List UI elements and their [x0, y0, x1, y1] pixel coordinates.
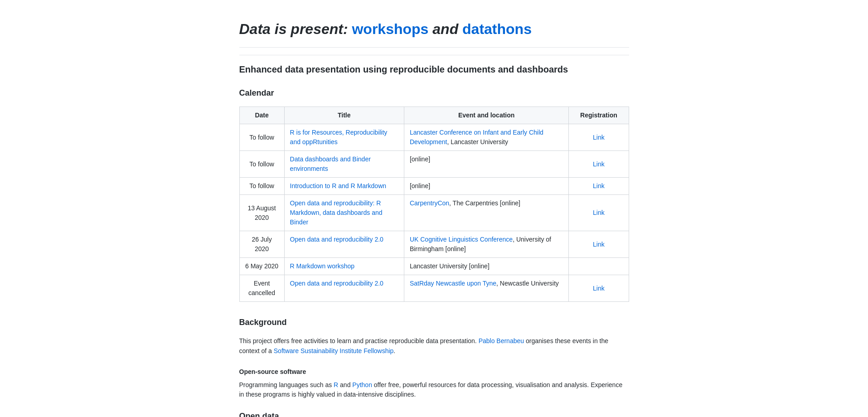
- python-link[interactable]: Python: [352, 381, 372, 388]
- cell-date-3: 13 August 2020: [239, 195, 284, 231]
- cell-title-1: Data dashboards and Binder environments: [284, 151, 404, 178]
- cell-event-5: Lancaster University [online]: [404, 258, 568, 275]
- cell-title-6: Open data and reproducibility 2.0: [284, 275, 404, 302]
- cell-date-1: To follow: [239, 151, 284, 178]
- table-row: To followData dashboards and Binder envi…: [239, 151, 629, 178]
- cell-registration-2: Link: [569, 178, 629, 195]
- title-link-1[interactable]: Data dashboards and Binder environments: [290, 155, 371, 172]
- title-link-3[interactable]: Open data and reproducibility: R Markdow…: [290, 199, 383, 226]
- title-link-0[interactable]: R is for Resources, Reproducibility and …: [290, 129, 388, 145]
- open-source-prefix: Programming languages such as: [239, 381, 334, 388]
- cell-title-0: R is for Resources, Reproducibility and …: [284, 124, 404, 151]
- cell-title-3: Open data and reproducibility: R Markdow…: [284, 195, 404, 231]
- calendar-heading: Calendar: [239, 87, 629, 99]
- cell-registration-3: Link: [569, 195, 629, 231]
- event-link-6[interactable]: SatRday Newcastle upon Tyne: [410, 280, 496, 287]
- open-source-section: Open-source software Programming languag…: [239, 367, 629, 399]
- datathons-link[interactable]: datathons: [462, 21, 532, 37]
- table-row: 6 May 2020R Markdown workshopLancaster U…: [239, 258, 629, 275]
- open-data-heading: Open data: [239, 410, 629, 417]
- cell-date-0: To follow: [239, 124, 284, 151]
- open-source-paragraph: Programming languages such as R and Pyth…: [239, 380, 629, 399]
- title-prefix: Data is present:: [239, 21, 352, 37]
- event-link-0[interactable]: Lancaster Conference on Infant and Early…: [410, 129, 543, 145]
- title-divider: [239, 55, 629, 55]
- cell-title-5: R Markdown workshop: [284, 258, 404, 275]
- cell-event-0: Lancaster Conference on Infant and Early…: [404, 124, 568, 151]
- event-link-3[interactable]: CarpentryCon: [410, 199, 449, 207]
- table-row: To followIntroduction to R and R Markdow…: [239, 178, 629, 195]
- title-link-6[interactable]: Open data and reproducibility 2.0: [290, 280, 383, 287]
- calendar-table: Date Title Event and location Registrati…: [239, 107, 629, 302]
- open-source-heading: Open-source software: [239, 367, 629, 377]
- registration-link-0[interactable]: Link: [593, 134, 605, 141]
- cell-event-3: CarpentryCon, The Carpentries [online]: [404, 195, 568, 231]
- cell-event-2: [online]: [404, 178, 568, 195]
- ssi-link[interactable]: Software Sustainability Institute Fellow…: [274, 347, 394, 354]
- registration-link-4[interactable]: Link: [593, 241, 605, 248]
- cell-event-4: UK Cognitive Linguistics Conference, Uni…: [404, 231, 568, 258]
- cell-registration-0: Link: [569, 124, 629, 151]
- open-data-section: Open data: [239, 410, 629, 417]
- title-link-5[interactable]: R Markdown workshop: [290, 262, 354, 270]
- cell-registration-4: Link: [569, 231, 629, 258]
- table-header-row: Date Title Event and location Registrati…: [239, 107, 629, 124]
- background-heading: Background: [239, 316, 629, 329]
- col-registration: Registration: [569, 107, 629, 124]
- page-title: Data is present: workshops and datathons: [239, 18, 629, 48]
- table-row: Event cancelledOpen data and reproducibi…: [239, 275, 629, 302]
- cell-title-2: Introduction to R and R Markdown: [284, 178, 404, 195]
- event-link-4[interactable]: UK Cognitive Linguistics Conference: [410, 236, 513, 243]
- col-title: Title: [284, 107, 404, 124]
- cell-date-2: To follow: [239, 178, 284, 195]
- cell-date-5: 6 May 2020: [239, 258, 284, 275]
- background-text-end: .: [393, 347, 395, 354]
- title-link-4[interactable]: Open data and reproducibility 2.0: [290, 236, 383, 243]
- table-row: 13 August 2020Open data and reproducibil…: [239, 195, 629, 231]
- registration-link-2[interactable]: Link: [593, 182, 605, 189]
- cell-event-1: [online]: [404, 151, 568, 178]
- page-container: Data is present: workshops and datathons…: [230, 0, 638, 417]
- cell-event-6: SatRday Newcastle upon Tyne, Newcastle U…: [404, 275, 568, 302]
- registration-link-6[interactable]: Link: [593, 285, 605, 292]
- background-paragraph: This project offers free activities to l…: [239, 336, 629, 356]
- cell-date-4: 26 July 2020: [239, 231, 284, 258]
- title-connector: and: [428, 21, 462, 37]
- background-section: Background This project offers free acti…: [239, 316, 629, 356]
- cell-title-4: Open data and reproducibility 2.0: [284, 231, 404, 258]
- col-date: Date: [239, 107, 284, 124]
- title-link-2[interactable]: Introduction to R and R Markdown: [290, 182, 386, 189]
- subtitle: Enhanced data presentation using reprodu…: [239, 63, 629, 76]
- table-row: To followR is for Resources, Reproducibi…: [239, 124, 629, 151]
- background-text-prefix: This project offers free activities to l…: [239, 337, 479, 344]
- cell-registration-6: Link: [569, 275, 629, 302]
- registration-link-1[interactable]: Link: [593, 160, 605, 168]
- cell-registration-5: [569, 258, 629, 275]
- pablo-link[interactable]: Pablo Bernabeu: [479, 337, 524, 344]
- calendar-section: Calendar Date Title Event and location R…: [239, 87, 629, 302]
- cell-date-6: Event cancelled: [239, 275, 284, 302]
- open-source-connector: and: [338, 381, 352, 388]
- col-event: Event and location: [404, 107, 568, 124]
- table-row: 26 July 2020Open data and reproducibilit…: [239, 231, 629, 258]
- r-link[interactable]: R: [334, 381, 338, 388]
- workshops-link[interactable]: workshops: [352, 21, 428, 37]
- cell-registration-1: Link: [569, 151, 629, 178]
- registration-link-3[interactable]: Link: [593, 209, 605, 216]
